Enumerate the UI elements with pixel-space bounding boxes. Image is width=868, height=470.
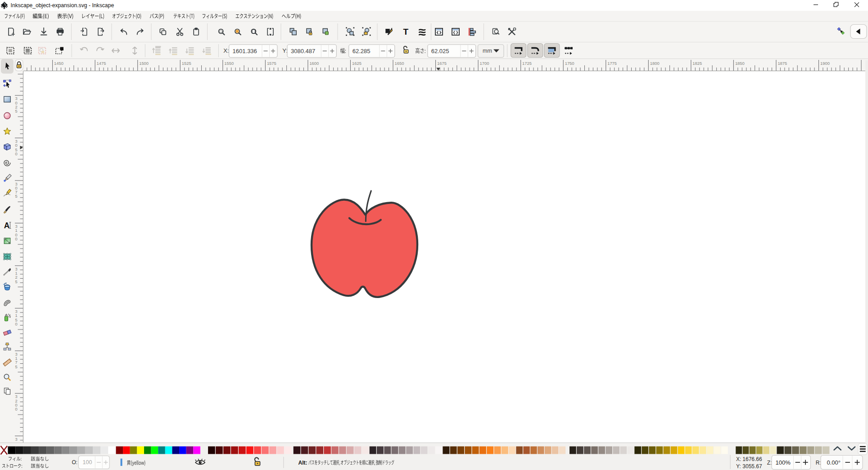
svg-text:Y:: Y: bbox=[282, 47, 288, 54]
svg-text:1800: 1800 bbox=[650, 61, 660, 66]
svg-text:1825: 1825 bbox=[692, 61, 702, 66]
svg-text:0.00°: 0.00° bbox=[827, 459, 841, 466]
svg-text:Y:: Y: bbox=[736, 463, 741, 470]
svg-text:X:: X: bbox=[223, 47, 229, 54]
svg-text:1850: 1850 bbox=[735, 61, 745, 66]
svg-text:1875: 1875 bbox=[778, 61, 787, 66]
svg-text:X:: X: bbox=[736, 456, 741, 462]
svg-text:5: 5 bbox=[15, 108, 18, 113]
svg-text:1775: 1775 bbox=[607, 61, 617, 66]
svg-text:1625: 1625 bbox=[352, 61, 362, 66]
svg-text:1601.336: 1601.336 bbox=[233, 48, 257, 54]
svg-text:0: 0 bbox=[15, 236, 18, 241]
svg-text:5: 5 bbox=[15, 364, 18, 369]
svg-text:1575: 1575 bbox=[267, 61, 276, 66]
svg-text:1650: 1650 bbox=[395, 61, 404, 66]
svg-text:1450: 1450 bbox=[54, 61, 63, 66]
svg-text:Alt:: Alt: bbox=[298, 460, 307, 466]
svg-text:100%: 100% bbox=[776, 459, 791, 466]
svg-text:1600: 1600 bbox=[309, 61, 319, 66]
svg-text:A: A bbox=[4, 221, 10, 230]
svg-text:1676.66: 1676.66 bbox=[742, 456, 762, 462]
svg-text:1550: 1550 bbox=[224, 61, 234, 66]
svg-text:0: 0 bbox=[15, 151, 18, 156]
svg-text:1700: 1700 bbox=[480, 61, 489, 66]
svg-text:1725: 1725 bbox=[522, 61, 532, 66]
svg-text:0: 0 bbox=[15, 407, 18, 411]
svg-text:Inkscape_object-expansion.svg: Inkscape_object-expansion.svg - Inkscape bbox=[11, 2, 114, 9]
svg-text:1475: 1475 bbox=[97, 61, 106, 66]
svg-text:O:: O: bbox=[72, 459, 78, 465]
svg-text:0: 0 bbox=[15, 321, 18, 326]
svg-text:62.025: 62.025 bbox=[431, 48, 449, 54]
svg-text:1675: 1675 bbox=[437, 61, 447, 66]
svg-text:5: 5 bbox=[15, 279, 18, 284]
svg-text:1750: 1750 bbox=[565, 61, 574, 66]
svg-text:1900: 1900 bbox=[820, 61, 830, 66]
svg-text:62.285: 62.285 bbox=[353, 48, 371, 54]
svg-text:T: T bbox=[403, 27, 409, 36]
svg-text:100: 100 bbox=[83, 459, 92, 465]
svg-text:Z:: Z: bbox=[767, 460, 772, 466]
svg-text:mm: mm bbox=[483, 48, 492, 54]
svg-text:3055.67: 3055.67 bbox=[742, 463, 762, 470]
svg-text:1525: 1525 bbox=[182, 61, 191, 66]
svg-text:1500: 1500 bbox=[139, 61, 149, 66]
svg-text:3080.487: 3080.487 bbox=[291, 48, 315, 54]
svg-text:R:: R: bbox=[816, 460, 821, 466]
svg-text:3: 3 bbox=[15, 437, 18, 442]
svg-text:5: 5 bbox=[15, 194, 18, 199]
